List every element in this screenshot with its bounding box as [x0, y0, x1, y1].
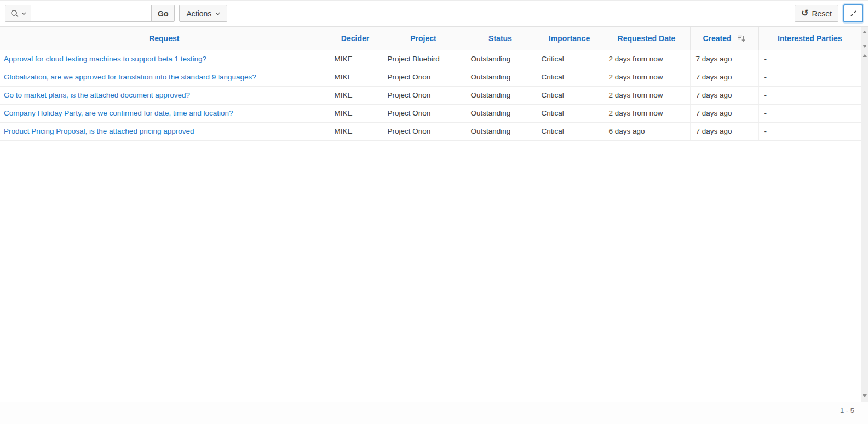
table-row: Go to market plans, is the attached docu… — [0, 86, 861, 104]
reset-button[interactable]: ↺ Reset — [795, 5, 838, 22]
scroll-down-arrow-icon[interactable] — [863, 45, 867, 48]
cell-request: Product Pricing Proposal, is the attache… — [0, 122, 329, 140]
cell-requested-date: 6 days ago — [603, 122, 690, 140]
collapse-region-button[interactable] — [843, 4, 863, 22]
request-link[interactable]: Go to market plans, is the attached docu… — [4, 91, 190, 99]
cell-interested-parties: - — [758, 50, 861, 68]
cell-status: Outstanding — [465, 86, 536, 104]
cell-interested-parties: - — [758, 122, 861, 140]
column-header-importance[interactable]: Importance — [536, 27, 603, 50]
scroll-up-arrow-icon[interactable] — [863, 54, 867, 57]
report-footer: 1 - 5 — [0, 402, 868, 424]
cell-request: Go to market plans, is the attached docu… — [0, 86, 329, 104]
interactive-report-region: Go Actions ↺ Reset — [0, 0, 868, 424]
request-link[interactable]: Approval for cloud testing machines to s… — [4, 55, 206, 63]
reset-button-label: Reset — [812, 9, 832, 18]
cell-requested-date: 2 days from now — [603, 86, 690, 104]
search-bar: Go — [5, 5, 175, 22]
sort-descending-icon — [737, 35, 746, 42]
actions-button-label: Actions — [186, 9, 211, 18]
cell-interested-parties: - — [758, 104, 861, 122]
chevron-down-icon — [215, 12, 220, 15]
scroll-up-arrow-icon[interactable] — [863, 31, 867, 33]
cell-importance: Critical — [536, 86, 603, 104]
search-icon — [10, 9, 19, 18]
cell-status: Outstanding — [465, 122, 536, 140]
cell-decider: MIKE — [329, 104, 382, 122]
cell-created: 7 days ago — [690, 104, 758, 122]
column-header-created[interactable]: Created — [690, 27, 758, 50]
report-toolbar: Go Actions ↺ Reset — [0, 1, 868, 27]
cell-project: Project Orion — [382, 86, 465, 104]
column-header-requested-date[interactable]: Requested Date — [603, 27, 690, 50]
cell-request: Approval for cloud testing machines to s… — [0, 50, 329, 68]
cell-decider: MIKE — [329, 122, 382, 140]
cell-decider: MIKE — [329, 68, 382, 86]
report-grid-area: Request Decider Project Status Importanc… — [0, 27, 868, 402]
report-table-wrap: Request Decider Project Status Importanc… — [0, 27, 861, 402]
search-input[interactable] — [31, 5, 152, 22]
cell-requested-date: 2 days from now — [603, 104, 690, 122]
toolbar-right-group: ↺ Reset — [795, 4, 863, 22]
cell-status: Outstanding — [465, 68, 536, 86]
table-row: Globalization, are we approved for trans… — [0, 68, 861, 86]
cell-project: Project Orion — [382, 122, 465, 140]
request-link[interactable]: Company Holiday Party, are we confirmed … — [4, 109, 233, 117]
cell-interested-parties: - — [758, 86, 861, 104]
column-header-created-label: Created — [703, 34, 731, 43]
cell-status: Outstanding — [465, 50, 536, 68]
column-header-status[interactable]: Status — [465, 27, 536, 50]
pagination-range: 1 - 5 — [840, 406, 854, 415]
cell-status: Outstanding — [465, 104, 536, 122]
table-row: Product Pricing Proposal, is the attache… — [0, 122, 861, 140]
cell-interested-parties: - — [758, 68, 861, 86]
cell-request: Globalization, are we approved for trans… — [0, 68, 329, 86]
header-row: Request Decider Project Status Importanc… — [0, 27, 861, 50]
scroll-down-arrow-icon[interactable] — [863, 394, 867, 397]
vertical-scrollbar[interactable] — [861, 27, 868, 402]
cell-project: Project Bluebird — [382, 50, 465, 68]
actions-menu-button[interactable]: Actions — [179, 5, 227, 22]
report-table: Request Decider Project Status Importanc… — [0, 27, 861, 141]
cell-request: Company Holiday Party, are we confirmed … — [0, 104, 329, 122]
cell-created: 7 days ago — [690, 86, 758, 104]
column-header-interested-parties[interactable]: Interested Parties — [758, 27, 861, 50]
cell-created: 7 days ago — [690, 50, 758, 68]
cell-created: 7 days ago — [690, 122, 758, 140]
chevron-down-icon — [21, 12, 26, 15]
request-link[interactable]: Globalization, are we approved for trans… — [4, 73, 256, 81]
column-header-request[interactable]: Request — [0, 27, 329, 50]
cell-created: 7 days ago — [690, 68, 758, 86]
cell-importance: Critical — [536, 104, 603, 122]
cell-requested-date: 2 days from now — [603, 50, 690, 68]
cell-decider: MIKE — [329, 50, 382, 68]
table-row: Company Holiday Party, are we confirmed … — [0, 104, 861, 122]
reset-undo-icon: ↺ — [801, 9, 808, 18]
go-button[interactable]: Go — [151, 5, 175, 22]
cell-importance: Critical — [536, 122, 603, 140]
table-row: Approval for cloud testing machines to s… — [0, 50, 861, 68]
cell-project: Project Orion — [382, 68, 465, 86]
cell-decider: MIKE — [329, 86, 382, 104]
body-scrollbar-track[interactable] — [861, 50, 868, 402]
column-header-decider[interactable]: Decider — [329, 27, 382, 50]
header-scrollbar-stub — [861, 27, 868, 50]
cell-requested-date: 2 days from now — [603, 68, 690, 86]
column-header-project[interactable]: Project — [382, 27, 465, 50]
search-column-menu-button[interactable] — [5, 5, 31, 22]
request-link[interactable]: Product Pricing Proposal, is the attache… — [4, 127, 194, 135]
cell-project: Project Orion — [382, 104, 465, 122]
cell-importance: Critical — [536, 68, 603, 86]
collapse-arrows-icon — [849, 9, 858, 18]
cell-importance: Critical — [536, 50, 603, 68]
